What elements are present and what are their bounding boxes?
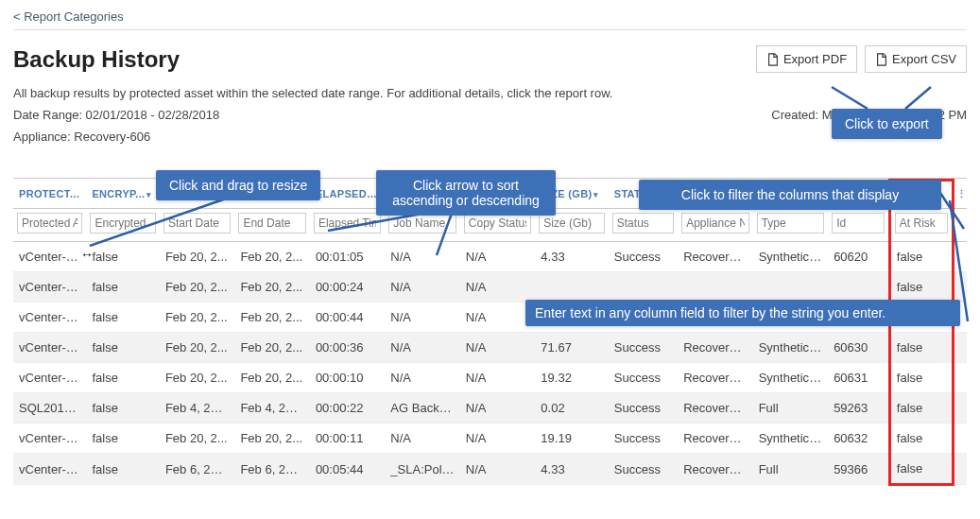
cell-type: Full [753, 393, 828, 424]
column-header-label: ELAPSED... [316, 188, 377, 199]
cell-size: 19.32 [535, 363, 608, 393]
table-row[interactable]: SQL2017A...falseFeb 4, 201...Feb 4, 201.… [13, 393, 967, 424]
cell-id: 59263 [828, 393, 889, 424]
cell-end: Feb 20, 2... [234, 303, 309, 333]
column-filter-input[interactable] [681, 213, 748, 234]
column-filter-input[interactable] [895, 213, 948, 234]
column-filter-input[interactable] [464, 213, 531, 234]
export-pdf-button[interactable]: Export PDF [756, 45, 857, 73]
cell-start: Feb 20, 2... [160, 424, 234, 454]
column-filter-input[interactable] [17, 213, 82, 234]
export-pdf-icon [766, 53, 780, 66]
sort-arrow-icon[interactable]: ▾ [81, 190, 86, 199]
cell-elapsed: 00:00:22 [310, 393, 385, 424]
cell-start: Feb 20, 2... [160, 303, 234, 333]
table-row[interactable]: vCenter-R...falseFeb 20, 2...Feb 20, 2..… [13, 424, 967, 454]
cell-copy: N/A [460, 424, 535, 454]
cell-protected: vCenter-R... [13, 424, 86, 454]
cell-elapsed: 00:00:36 [310, 333, 385, 363]
column-filter-input[interactable] [832, 213, 885, 234]
cell-copy: N/A [460, 272, 535, 303]
cell-end: Feb 6, 201... [234, 454, 309, 485]
cell-protected: SQL2017A... [13, 393, 86, 424]
cell-appliance: Recovery-... [678, 424, 752, 454]
column-header[interactable]: ELAPSED...▾ [310, 181, 385, 209]
column-filter-input[interactable] [90, 213, 155, 234]
cell-size: 0.02 [535, 393, 608, 424]
sort-arrow-icon[interactable]: ▾ [593, 190, 598, 199]
cell-id: 59366 [828, 454, 889, 485]
sort-arrow-icon[interactable]: ▾ [146, 190, 151, 199]
cell-copy: N/A [460, 363, 535, 393]
column-filter-input[interactable] [163, 213, 231, 234]
table-row[interactable]: vCenter-R...falseFeb 20, 2...Feb 20, 2..… [13, 333, 967, 363]
cell-protected: vCenter-R... [13, 333, 86, 363]
column-filter-input[interactable] [612, 213, 674, 234]
column-filter-input[interactable] [539, 213, 604, 234]
cell-encrypted: false [86, 424, 159, 454]
cell-protected: vCenter-R... [13, 303, 86, 333]
resize-cursor-icon: ↔ [80, 247, 94, 262]
cell-elapsed: 00:00:10 [310, 363, 385, 393]
export-csv-button[interactable]: Export CSV [865, 45, 967, 73]
cell-appliance: Recovery-... [678, 393, 752, 424]
cell-copy: N/A [460, 242, 535, 272]
cell-size: 19.19 [535, 424, 608, 454]
cell-job: N/A [385, 424, 459, 454]
column-filter-input[interactable] [238, 213, 305, 234]
cell-start: Feb 20, 2... [160, 272, 234, 303]
cell-id: 60631 [828, 363, 889, 393]
cell-id [828, 272, 889, 303]
callout-sort: Click arrow to sort ascending or descend… [376, 170, 556, 216]
cell-end: Feb 4, 201... [234, 393, 309, 424]
cell-type [753, 272, 828, 303]
cell-size: 4.33 [535, 242, 608, 272]
cell-type: Synthetic ... [753, 333, 828, 363]
cell-start: Feb 20, 2... [160, 242, 234, 272]
cell-copy: N/A [460, 303, 535, 333]
table-row[interactable]: vCenter-R...falseFeb 6, 201...Feb 6, 201… [13, 454, 967, 485]
column-header[interactable]: PROTECT...▾ [13, 181, 86, 209]
column-filter-input[interactable] [314, 213, 381, 234]
column-picker-button[interactable]: ⋮≡ [954, 181, 967, 209]
cell-status: Success [609, 242, 678, 272]
column-header-label: PROTECT... [19, 188, 79, 199]
column-filter-input[interactable] [757, 213, 824, 234]
breadcrumb-back[interactable]: < Report Categories [13, 9, 967, 30]
cell-end: Feb 20, 2... [234, 272, 309, 303]
cell-status [609, 272, 678, 303]
column-filter-input[interactable] [388, 213, 456, 234]
table-row[interactable]: vCenter-R...falseFeb 20, 2...Feb 20, 2..… [13, 272, 967, 303]
cell-appliance: Recovery-... [678, 333, 752, 363]
cell-elapsed: 00:00:11 [310, 424, 385, 454]
cell-encrypted: false [86, 393, 159, 424]
cell-status: Success [609, 333, 678, 363]
table-row[interactable]: vCenter-R...falseFeb 20, 2...Feb 20, 2..… [13, 363, 967, 393]
description-text: All backup results by protected asset wi… [13, 86, 967, 100]
cell-size: 71.67 [535, 333, 608, 363]
page-title: Backup History [13, 46, 180, 73]
cell-encrypted: false [86, 454, 159, 485]
cell-appliance [678, 272, 752, 303]
callout-resize: Click and drag to resize [156, 170, 320, 200]
column-header-label: ENCRYP... [92, 188, 145, 199]
cell-start: Feb 6, 201... [160, 454, 234, 485]
cell-size [535, 272, 608, 303]
cell-start: Feb 4, 201... [160, 393, 234, 424]
column-header[interactable]: ENCRYP...▾ [86, 181, 159, 209]
appliance-text: Appliance: Recovery-606 [13, 130, 967, 144]
cell-elapsed: 00:00:44 [310, 303, 385, 333]
cell-encrypted: false [86, 272, 159, 303]
cell-type: Synthetic ... [753, 363, 828, 393]
cell-atrisk: false [889, 272, 953, 303]
cell-job: N/A [385, 303, 459, 333]
cell-encrypted: false [86, 242, 159, 272]
cell-job: N/A [385, 272, 459, 303]
table-row[interactable]: vCenter-R...falseFeb 20, 2...Feb 20, 2..… [13, 242, 967, 272]
cell-job: AG Backu... [385, 393, 459, 424]
cell-atrisk: false [889, 424, 953, 454]
date-range-text: Date Range: 02/01/2018 - 02/28/2018 [13, 108, 219, 122]
backup-history-table: PROTECT...▾ENCRYP...▾START D...▾END DAT.… [13, 179, 967, 486]
cell-status: Success [609, 454, 678, 485]
cell-id: 60632 [828, 424, 889, 454]
